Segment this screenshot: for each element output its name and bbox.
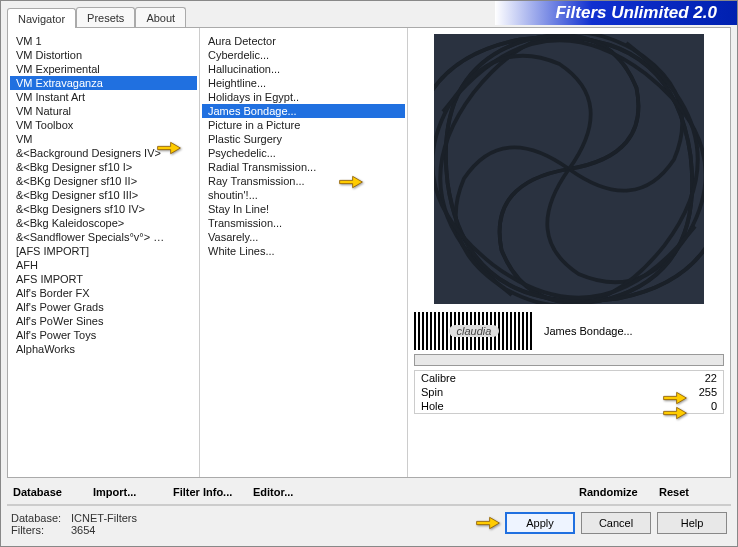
list-item[interactable]: Transmission... bbox=[202, 216, 405, 230]
footer-info: Database:ICNET-Filters Filters:3654 bbox=[11, 512, 137, 536]
help-button[interactable]: Help bbox=[657, 512, 727, 534]
list-item[interactable]: Alf's Border FX bbox=[10, 286, 197, 300]
param-label: Hole bbox=[421, 400, 677, 412]
list-item[interactable]: &<Bkg Designers sf10 IV> bbox=[10, 202, 197, 216]
preview-column: claudia James Bondage... Calibre22Spin25… bbox=[408, 28, 730, 477]
param-value: 255 bbox=[677, 386, 717, 398]
cancel-button[interactable]: Cancel bbox=[581, 512, 651, 534]
list-item[interactable]: &<Bkg Designer sf10 III> bbox=[10, 188, 197, 202]
list-item[interactable]: AFS IMPORT bbox=[10, 272, 197, 286]
list-item[interactable]: &<Bkg Designer sf10 I> bbox=[10, 160, 197, 174]
list-item[interactable]: Psychedelic... bbox=[202, 146, 405, 160]
current-filter-name: James Bondage... bbox=[534, 323, 724, 339]
list-item[interactable]: Holidays in Egypt.. bbox=[202, 90, 405, 104]
list-item[interactable]: Aura Detector bbox=[202, 34, 405, 48]
list-item[interactable]: Plastic Surgery bbox=[202, 132, 405, 146]
list-item[interactable]: Alf's Power Toys bbox=[10, 328, 197, 342]
author-logo: claudia bbox=[414, 312, 534, 350]
filters-count-value: 3654 bbox=[71, 524, 95, 536]
list-item[interactable]: Alf's PoWer Sines bbox=[10, 314, 197, 328]
list-item[interactable]: [AFS IMPORT] bbox=[10, 244, 197, 258]
preview-image bbox=[434, 34, 704, 304]
button-label: Randomize bbox=[579, 486, 638, 498]
param-label: Calibre bbox=[421, 372, 677, 384]
list-item[interactable]: AFH bbox=[10, 258, 197, 272]
list-item[interactable]: Ray Transmission... bbox=[202, 174, 405, 188]
button-label: Cancel bbox=[599, 517, 633, 529]
button-label: Reset bbox=[659, 486, 689, 498]
param-row[interactable]: Calibre22 bbox=[415, 371, 723, 385]
list-item[interactable]: Picture in a Picture bbox=[202, 118, 405, 132]
header: Filters Unlimited 2.0 Navigator Presets … bbox=[1, 1, 737, 27]
category-column: VM 1VM DistortionVM ExperimentalVM Extra… bbox=[8, 28, 200, 477]
tab-about[interactable]: About bbox=[135, 7, 186, 27]
button-label: Import... bbox=[93, 486, 136, 498]
tab-presets[interactable]: Presets bbox=[76, 7, 135, 27]
tab-label: About bbox=[146, 12, 175, 24]
button-label: Filter Info... bbox=[173, 486, 232, 498]
list-item[interactable]: VM 1 bbox=[10, 34, 197, 48]
filter-column: Aura DetectorCyberdelic...Hallucination.… bbox=[200, 28, 408, 477]
button-label: Database bbox=[13, 486, 62, 498]
database-button[interactable]: Database bbox=[9, 484, 83, 500]
main-panel: VM 1VM DistortionVM ExperimentalVM Extra… bbox=[7, 27, 731, 478]
footer-buttons: Apply Cancel Help bbox=[505, 512, 727, 534]
author-logo-text: claudia bbox=[449, 325, 500, 337]
filter-name-row: claudia James Bondage... bbox=[414, 312, 724, 350]
import-button[interactable]: Import... bbox=[89, 484, 163, 500]
footer: Database:ICNET-Filters Filters:3654 Appl… bbox=[1, 506, 737, 546]
list-item[interactable]: VM bbox=[10, 132, 197, 146]
app-title: Filters Unlimited 2.0 bbox=[495, 1, 737, 25]
list-item[interactable]: Cyberdelic... bbox=[202, 48, 405, 62]
list-item[interactable]: White Lines... bbox=[202, 244, 405, 258]
list-item[interactable]: VM Natural bbox=[10, 104, 197, 118]
list-item[interactable]: VM Toolbox bbox=[10, 118, 197, 132]
param-value: 22 bbox=[677, 372, 717, 384]
list-item[interactable]: Stay In Line! bbox=[202, 202, 405, 216]
list-item[interactable]: VM Distortion bbox=[10, 48, 197, 62]
tab-label: Navigator bbox=[18, 13, 65, 25]
button-label: Editor... bbox=[253, 486, 293, 498]
list-item[interactable]: VM Experimental bbox=[10, 62, 197, 76]
list-item[interactable]: AlphaWorks bbox=[10, 342, 197, 356]
param-row[interactable]: Hole0 bbox=[415, 399, 723, 413]
progress-bar bbox=[414, 354, 724, 366]
filters-count-label: Filters: bbox=[11, 524, 71, 536]
param-label: Spin bbox=[421, 386, 677, 398]
button-label: Help bbox=[681, 517, 704, 529]
filter-list[interactable]: Aura DetectorCyberdelic...Hallucination.… bbox=[200, 28, 407, 477]
list-item[interactable]: &<Bkg Kaleidoscope> bbox=[10, 216, 197, 230]
button-label: Apply bbox=[526, 517, 554, 529]
filter-info-button[interactable]: Filter Info... bbox=[169, 484, 243, 500]
list-item[interactable]: Vasarely... bbox=[202, 230, 405, 244]
list-item[interactable]: &<BKg Designer sf10 II> bbox=[10, 174, 197, 188]
pointer-hand-icon bbox=[475, 513, 501, 533]
editor-button[interactable]: Editor... bbox=[249, 484, 323, 500]
spiral-preview-icon bbox=[434, 34, 704, 304]
list-item[interactable]: VM Instant Art bbox=[10, 90, 197, 104]
randomize-button[interactable]: Randomize bbox=[575, 484, 649, 500]
param-row[interactable]: Spin255 bbox=[415, 385, 723, 399]
category-list[interactable]: VM 1VM DistortionVM ExperimentalVM Extra… bbox=[8, 28, 199, 477]
parameter-list: Calibre22Spin255Hole0 bbox=[414, 370, 724, 414]
toolbar-row: Database Import... Filter Info... Editor… bbox=[1, 478, 737, 504]
tab-navigator[interactable]: Navigator bbox=[7, 8, 76, 28]
list-item[interactable]: VM Extravaganza bbox=[10, 76, 197, 90]
list-item[interactable]: Alf's Power Grads bbox=[10, 300, 197, 314]
list-item[interactable]: Hallucination... bbox=[202, 62, 405, 76]
tab-bar: Navigator Presets About bbox=[7, 7, 186, 27]
list-item[interactable]: &<Background Designers IV> bbox=[10, 146, 197, 160]
list-item[interactable]: shoutin'!... bbox=[202, 188, 405, 202]
list-item[interactable]: Heightline... bbox=[202, 76, 405, 90]
filters-unlimited-window: Filters Unlimited 2.0 Navigator Presets … bbox=[0, 0, 738, 547]
list-item[interactable]: &<Sandflower Specials°v°> … bbox=[10, 230, 197, 244]
param-value: 0 bbox=[677, 400, 717, 412]
apply-button[interactable]: Apply bbox=[505, 512, 575, 534]
list-item[interactable]: Radial Transmission... bbox=[202, 160, 405, 174]
tab-label: Presets bbox=[87, 12, 124, 24]
reset-button[interactable]: Reset bbox=[655, 484, 729, 500]
database-label: Database: bbox=[11, 512, 71, 524]
database-value: ICNET-Filters bbox=[71, 512, 137, 524]
list-item[interactable]: James Bondage... bbox=[202, 104, 405, 118]
